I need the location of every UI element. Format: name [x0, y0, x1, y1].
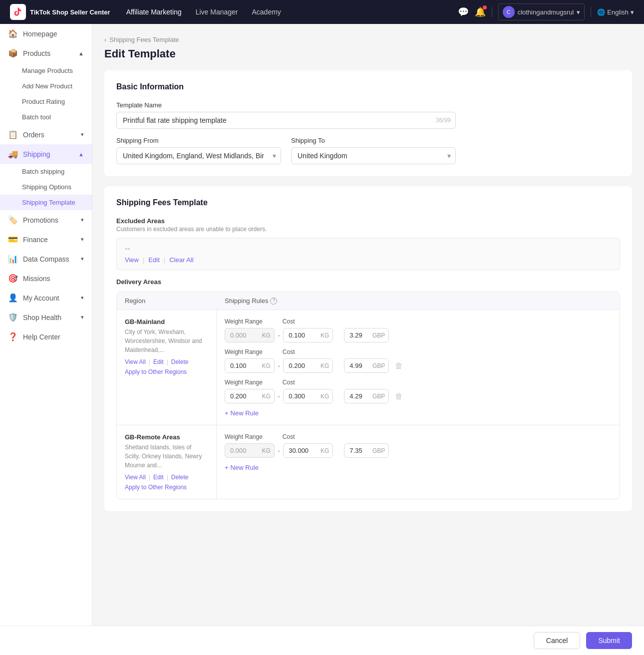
remote-from-unit-1: KG	[262, 447, 271, 454]
excluded-edit-link[interactable]: Edit	[148, 256, 159, 264]
sidebar-item-finance[interactable]: 💳 Finance ▾	[0, 230, 92, 249]
char-count: 36/99	[436, 117, 451, 124]
region-remote-desc: Shetland Islands, Isles of Scilly, Orkne…	[125, 443, 208, 470]
plus-icon: +	[225, 409, 229, 417]
orders-chevron-icon: ▾	[81, 131, 84, 138]
notification-icon[interactable]: 🔔	[475, 6, 486, 17]
submit-button[interactable]: Submit	[586, 632, 632, 649]
page-title: Edit Template	[104, 47, 632, 60]
currency-3: GBP	[372, 393, 385, 400]
sidebar-item-product-rating[interactable]: Product Rating	[0, 94, 92, 109]
mainland-rules-cell: Weight Range Cost KG -	[217, 310, 620, 425]
sidebar-item-products[interactable]: 📦 Products ▲	[0, 43, 92, 63]
weight-range-label-1: Weight Range	[225, 318, 263, 325]
shipping-submenu: Batch shipping Shipping Options Shipping…	[0, 164, 92, 210]
sidebar-item-my-account[interactable]: 👤 My Account ▾	[0, 288, 92, 308]
excluded-areas-box: -- View | Edit | Clear All	[116, 238, 620, 270]
shipping-to-select-wrap: United Kingdom ▾	[291, 147, 456, 164]
shipping-fees-card: Shipping Fees Template Excluded Areas Cu…	[104, 186, 632, 511]
delivery-areas-label: Delivery Areas	[116, 278, 620, 286]
logo-text: TikTok Shop Seller Center	[30, 8, 110, 16]
sidebar-item-batch-tool[interactable]: Batch tool	[0, 109, 92, 125]
delete-rule-3-button[interactable]: 🗑	[395, 392, 403, 401]
cost-label-1: Cost	[283, 318, 295, 325]
region-mainland-name: GB-Mainland	[125, 318, 208, 326]
shop-health-icon: 🛡️	[8, 313, 18, 322]
shipping-to-select[interactable]: United Kingdom	[291, 147, 456, 164]
shipping-chevron-icon: ▲	[78, 151, 84, 157]
remote-edit-link[interactable]: Edit	[153, 474, 164, 481]
message-icon[interactable]: 💬	[458, 6, 469, 17]
home-icon: 🏠	[8, 29, 18, 38]
template-name-input[interactable]	[116, 112, 456, 129]
divider2	[591, 7, 591, 17]
to-input-wrap-3: KG	[283, 389, 333, 403]
currency-2: GBP	[372, 362, 385, 369]
sidebar-item-missions[interactable]: 🎯 Missions	[0, 269, 92, 288]
remote-cost-label-1: Cost	[283, 433, 295, 440]
cost-wrap-1: GBP	[344, 328, 389, 342]
cancel-button[interactable]: Cancel	[534, 632, 581, 649]
excluded-clear-all-link[interactable]: Clear All	[169, 256, 193, 264]
sidebar-item-orders[interactable]: 📋 Orders ▾	[0, 125, 92, 144]
sidebar-item-shipping[interactable]: 🚚 Shipping ▲	[0, 144, 92, 164]
sidebar-item-add-new-product[interactable]: Add New Product	[0, 78, 92, 94]
sidebar-item-batch-shipping[interactable]: Batch shipping	[0, 164, 92, 179]
remote-cost-input-wrap-1: GBP	[344, 443, 389, 458]
remote-apply-link[interactable]: Apply to Other Regions	[125, 484, 187, 491]
nav-affiliate-marketing[interactable]: Affiliate Marketing	[126, 8, 182, 16]
sidebar-item-shop-health[interactable]: 🛡️ Shop Health ▾	[0, 308, 92, 327]
weight-range-label-3: Weight Range	[225, 379, 263, 386]
sidebar-label-data-compass: Data Compass	[23, 255, 69, 263]
breadcrumb-parent[interactable]: Shipping Fees Template	[109, 36, 179, 43]
from-unit-2: KG	[262, 362, 271, 369]
table-row: GB-Mainland City of York, Wrexham, Worce…	[117, 310, 620, 425]
delivery-table: Region Shipping Rules ? GB-Mainland City…	[116, 292, 620, 499]
remote-view-all-link[interactable]: View All	[125, 474, 146, 481]
excluded-areas-section: Excluded Areas Customers in excluded are…	[116, 217, 620, 270]
user-chevron-icon: ▾	[577, 8, 580, 16]
region-header: Region	[125, 297, 225, 305]
sidebar-item-homepage[interactable]: 🏠 Homepage	[0, 24, 92, 43]
sidebar-item-shipping-template[interactable]: Shipping Template	[0, 195, 92, 210]
nav-live-manager[interactable]: Live Manager	[196, 8, 238, 16]
user-menu[interactable]: C clothingandmugsrul ▾	[498, 3, 585, 20]
notif-dot	[483, 5, 487, 9]
sidebar-item-shipping-options[interactable]: Shipping Options	[0, 179, 92, 195]
weight-range-label-2: Weight Range	[225, 348, 263, 355]
region-mainland-cell: GB-Mainland City of York, Wrexham, Worce…	[117, 310, 217, 425]
shipping-from-select[interactable]: United Kingdom, England, West Midlands, …	[116, 147, 281, 164]
excluded-view-link[interactable]: View	[125, 256, 139, 264]
sidebar-item-manage-products[interactable]: Manage Products	[0, 63, 92, 78]
remote-delete-link[interactable]: Delete	[171, 474, 189, 481]
shipping-fees-title: Shipping Fees Template	[116, 198, 620, 207]
add-rule-remote-button[interactable]: + New Rule	[225, 464, 612, 471]
excluded-areas-links: View | Edit | Clear All	[125, 256, 612, 264]
username: clothingandmugsrul	[518, 8, 574, 16]
account-chevron-icon: ▾	[81, 295, 84, 301]
help-icon: ❓	[8, 332, 18, 341]
missions-icon: 🎯	[8, 274, 18, 283]
region-remote-cell: GB-Remote Areas Shetland Islands, Isles …	[117, 425, 217, 499]
nav-academy[interactable]: Academy	[252, 8, 281, 16]
weight-rule-2: Weight Range Cost KG -	[225, 348, 612, 373]
mainland-edit-link[interactable]: Edit	[153, 358, 164, 365]
sidebar-label-finance: Finance	[23, 236, 48, 244]
sidebar-item-promotions[interactable]: 🏷️ Promotions ▾	[0, 210, 92, 230]
shipping-from-label: Shipping From	[116, 137, 281, 144]
cost-label-3: Cost	[283, 379, 295, 386]
delete-rule-2-button[interactable]: 🗑	[395, 361, 403, 370]
language-selector[interactable]: 🌐 English ▾	[597, 8, 634, 16]
remote-weight-rule-1: Weight Range Cost KG -	[225, 433, 612, 458]
weight-row-3: KG - KG GBP	[225, 389, 612, 403]
sidebar-item-help-center[interactable]: ❓ Help Center	[0, 327, 92, 346]
mainland-apply-link[interactable]: Apply to Other Regions	[125, 368, 187, 375]
products-icon: 📦	[8, 48, 18, 58]
cost-input-wrap-2: GBP	[344, 358, 389, 373]
shipping-rules-info-icon[interactable]: ?	[270, 298, 277, 305]
mainland-delete-link[interactable]: Delete	[171, 358, 189, 365]
add-rule-mainland-button[interactable]: + New Rule	[225, 409, 612, 417]
to-unit-3: KG	[321, 393, 329, 400]
sidebar-item-data-compass[interactable]: 📊 Data Compass ▾	[0, 249, 92, 269]
mainland-view-all-link[interactable]: View All	[125, 358, 146, 365]
